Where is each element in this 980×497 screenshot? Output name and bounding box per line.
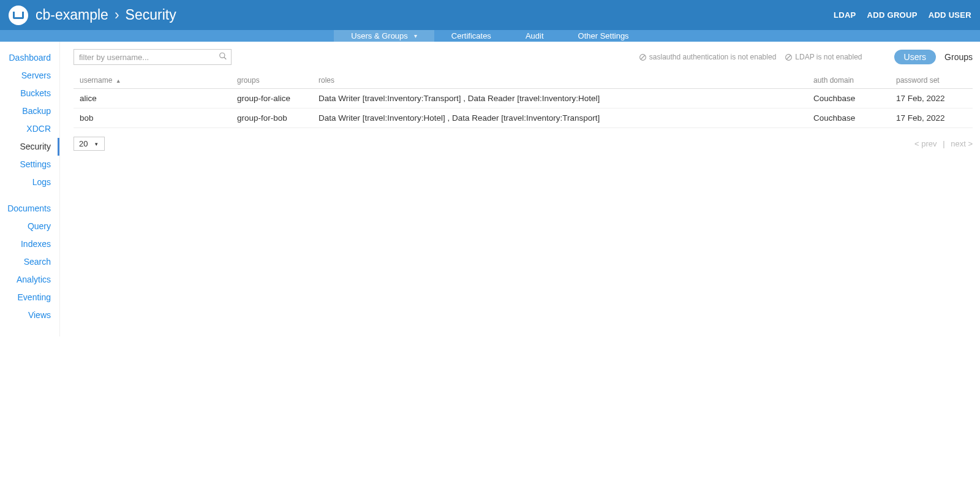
warning-text: LDAP is not enabled <box>795 53 862 61</box>
chevron-right-icon: › <box>115 7 119 23</box>
users-toggle[interactable]: Users <box>894 50 937 64</box>
subnav: Users & Groups ▾ Certificates Audit Othe… <box>0 30 980 42</box>
filter-row: saslauthd authentication is not enabled … <box>74 49 973 65</box>
col-header-roles[interactable]: roles <box>312 71 807 89</box>
warning-saslauthd: saslauthd authentication is not enabled <box>639 53 777 61</box>
tab-label: Audit <box>526 31 544 40</box>
sidebar-item-backup[interactable]: Backup <box>0 102 59 120</box>
sidebar-item-documents[interactable]: Documents <box>0 200 59 218</box>
sort-asc-icon: ▲ <box>116 78 121 84</box>
cell-pwdset: 17 Feb, 2022 <box>890 89 973 108</box>
tab-users-groups[interactable]: Users & Groups ▾ <box>334 30 434 42</box>
table-row[interactable]: alicegroup-for-aliceData Writer [travel:… <box>74 89 973 108</box>
caret-down-icon: ▾ <box>95 141 98 147</box>
header-label: username <box>80 76 112 85</box>
sidebar-item-servers[interactable]: Servers <box>0 67 59 85</box>
table-row[interactable]: bobgroup-for-bobData Writer [travel:Inve… <box>74 108 973 128</box>
cell-pwdset: 17 Feb, 2022 <box>890 108 973 128</box>
col-header-groups[interactable]: groups <box>231 71 312 89</box>
chevron-down-icon: ▾ <box>414 32 417 39</box>
page-size-select[interactable]: 20 ▾ <box>74 137 105 151</box>
sidebar-item-search[interactable]: Search <box>0 253 59 271</box>
header-label: password set <box>896 76 940 85</box>
warning-text: saslauthd authentication is not enabled <box>649 53 777 61</box>
users-table: username ▲ groups roles auth domain pass… <box>74 71 973 128</box>
disabled-icon <box>785 53 793 61</box>
tab-label: Other Settings <box>578 31 629 40</box>
header-label: groups <box>237 76 260 85</box>
tab-label: Users & Groups <box>351 31 407 40</box>
page-size-value: 20 <box>79 139 88 148</box>
pager-next[interactable]: next > <box>951 139 973 148</box>
add-group-button[interactable]: ADD GROUP <box>867 10 918 20</box>
status-warnings: saslauthd authentication is not enabled … <box>639 53 862 61</box>
ldap-link[interactable]: LDAP <box>834 10 856 20</box>
pager-prev[interactable]: < prev <box>914 139 937 148</box>
sidebar-item-views[interactable]: Views <box>0 306 59 324</box>
pager-links: < prev | next > <box>914 139 973 148</box>
cell-username: bob <box>74 108 231 128</box>
cell-roles: Data Writer [travel:Inventory:Hotel] , D… <box>312 108 807 128</box>
disabled-icon <box>639 53 647 61</box>
tab-label: Certificates <box>451 31 491 40</box>
sidebar-item-analytics[interactable]: Analytics <box>0 271 59 289</box>
tab-audit[interactable]: Audit <box>508 30 561 42</box>
sidebar-item-eventing[interactable]: Eventing <box>0 289 59 306</box>
sidebar-item-settings[interactable]: Settings <box>0 156 59 173</box>
breadcrumb-cluster[interactable]: cb-example <box>36 7 108 23</box>
tab-other-settings[interactable]: Other Settings <box>561 30 646 42</box>
groups-toggle[interactable]: Groups <box>944 52 973 62</box>
cell-roles: Data Writer [travel:Inventory:Transport]… <box>312 89 807 108</box>
sidebar-item-dashboard[interactable]: Dashboard <box>0 49 59 67</box>
sidebar: DashboardServersBucketsBackupXDCRSecurit… <box>0 42 60 336</box>
cell-groups: group-for-alice <box>231 89 312 108</box>
header-label: roles <box>318 76 334 85</box>
sidebar-item-security[interactable]: Security <box>0 138 59 156</box>
sidebar-item-logs[interactable]: Logs <box>0 173 59 191</box>
pager-sep: | <box>943 139 944 148</box>
breadcrumb-section: Security <box>126 7 176 23</box>
header-label: auth domain <box>813 76 854 85</box>
tab-certificates[interactable]: Certificates <box>434 30 508 42</box>
col-header-auth-domain[interactable]: auth domain <box>807 71 890 89</box>
cell-groups: group-for-bob <box>231 108 312 128</box>
add-user-button[interactable]: ADD USER <box>929 10 971 20</box>
svg-line-5 <box>787 55 791 59</box>
svg-line-3 <box>641 55 645 59</box>
main-content: saslauthd authentication is not enabled … <box>60 42 980 336</box>
cell-domain: Couchbase <box>807 89 890 108</box>
sidebar-item-buckets[interactable]: Buckets <box>0 85 59 102</box>
users-groups-toggle: Users Groups <box>894 50 973 64</box>
filter-box <box>74 49 232 65</box>
pager-row: 20 ▾ < prev | next > <box>74 137 973 151</box>
col-header-password-set[interactable]: password set <box>890 71 973 89</box>
sidebar-item-query[interactable]: Query <box>0 218 59 235</box>
breadcrumb: cb-example › Security <box>36 7 176 23</box>
top-bar: cb-example › Security LDAP ADD GROUP ADD… <box>0 0 980 30</box>
logo-icon <box>9 6 28 25</box>
warning-ldap: LDAP is not enabled <box>785 53 862 61</box>
topbar-actions: LDAP ADD GROUP ADD USER <box>834 10 971 20</box>
filter-input[interactable] <box>74 49 232 65</box>
cell-username: alice <box>74 89 231 108</box>
col-header-username[interactable]: username ▲ <box>74 71 231 89</box>
sidebar-item-xdcr[interactable]: XDCR <box>0 120 59 138</box>
cell-domain: Couchbase <box>807 108 890 128</box>
sidebar-item-indexes[interactable]: Indexes <box>0 235 59 253</box>
